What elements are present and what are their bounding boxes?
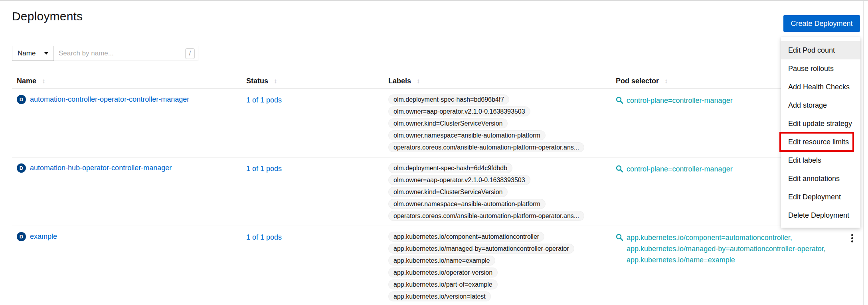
label-pill: app.kubernetes.io/operator-version	[388, 268, 498, 277]
filter-type-label: Name	[18, 49, 36, 57]
pod-selector-cell[interactable]: control-plane=controller-manager	[616, 163, 733, 175]
pod-selector-link[interactable]: app.kubernetes.io/managed-by=automationc…	[627, 243, 791, 254]
menu-item-label: Edit Pod count	[788, 46, 835, 54]
pod-selector-cell[interactable]: app.kubernetes.io/component=automationco…	[616, 232, 791, 266]
menu-item-label: Delete Deployment	[788, 211, 849, 219]
search-icon	[616, 96, 623, 104]
menu-item-add-storage[interactable]: Add storage	[781, 96, 860, 114]
column-header-name[interactable]: Name↕	[17, 77, 45, 85]
sort-arrows-icon[interactable]: ↕	[417, 77, 420, 85]
status-cell: 1 of 1 pods	[246, 165, 282, 173]
table-row: Dautomation-hub-operator-controller-mana…	[12, 157, 860, 226]
label-pill: olm.owner.namespace=ansible-automation-p…	[388, 199, 546, 209]
deployment-badge: D	[17, 95, 26, 104]
table-header-row: Name↕Status↕Labels↕Pod selector↕	[12, 77, 860, 89]
table-row: Dexample1 of 1 podsapp.kubernetes.io/com…	[12, 226, 860, 305]
label-pill: app.kubernetes.io/part-of=example	[388, 279, 498, 289]
menu-item-label: Add storage	[788, 101, 827, 109]
pod-status-link[interactable]: 1 of 1 pods	[246, 233, 282, 242]
label-pill: olm.owner.namespace=ansible-automation-p…	[388, 130, 546, 140]
column-label: Pod selector	[616, 77, 659, 85]
table-body: Dautomation-controller-operator-controll…	[12, 89, 860, 305]
create-deployment-button[interactable]: Create Deployment	[783, 15, 860, 32]
menu-item-label: Edit annotations	[788, 175, 840, 183]
sort-arrows-icon[interactable]: ↕	[42, 77, 45, 85]
page-title: Deployments	[12, 10, 83, 23]
deployment-link[interactable]: automation-controller-operator-controlle…	[30, 95, 189, 104]
name-cell: Dautomation-hub-operator-controller-mana…	[17, 163, 172, 173]
menu-item-add-health-checks[interactable]: Add Health Checks	[781, 78, 860, 96]
pod-selector-link[interactable]: control-plane=controller-manager	[627, 163, 733, 175]
menu-item-edit-pod-count[interactable]: Edit Pod count	[781, 41, 860, 59]
action-menu: Edit Pod countPause rolloutsAdd Health C…	[781, 37, 860, 228]
label-pill: olm.deployment-spec-hash=bd696b4f7	[388, 94, 509, 104]
menu-item-label: Edit resource limits	[788, 138, 849, 146]
pod-status-link[interactable]: 1 of 1 pods	[246, 165, 282, 173]
menu-item-edit-resource-limits[interactable]: Edit resource limits	[781, 133, 860, 151]
column-label: Labels	[388, 77, 411, 85]
search-box: /	[54, 46, 198, 61]
label-pill: olm.owner=aap-operator.v2.1.0-0.16383935…	[388, 106, 530, 116]
menu-item-delete-deployment[interactable]: Delete Deployment	[781, 206, 860, 224]
column-header-pod-selector[interactable]: Pod selector↕	[616, 77, 668, 85]
search-icon	[616, 165, 623, 174]
name-cell: Dexample	[17, 232, 57, 241]
label-pill: olm.owner.kind=ClusterServiceVersion	[388, 187, 508, 197]
kebab-menu-button[interactable]	[847, 232, 857, 244]
status-cell: 1 of 1 pods	[246, 96, 282, 104]
search-icon	[616, 96, 623, 106]
scrollbar-track	[863, 1, 864, 305]
search-icon	[616, 234, 623, 243]
menu-item-edit-annotations[interactable]: Edit annotations	[781, 169, 860, 188]
table-row: Dautomation-controller-operator-controll…	[12, 89, 860, 157]
column-label: Name	[17, 77, 36, 85]
column-header-status[interactable]: Status↕	[246, 77, 277, 85]
search-icon	[616, 165, 623, 173]
sort-arrows-icon[interactable]: ↕	[664, 77, 668, 85]
menu-item-edit-update-strategy[interactable]: Edit update strategy	[781, 114, 860, 133]
name-cell: Dautomation-controller-operator-controll…	[17, 95, 189, 104]
pod-selector-cell[interactable]: control-plane=controller-manager	[616, 95, 733, 106]
chevron-down-icon	[44, 52, 48, 55]
label-pill: app.kubernetes.io/managed-by=automationc…	[388, 244, 574, 254]
menu-item-label: Edit labels	[788, 156, 821, 164]
label-pill: app.kubernetes.io/name=example	[388, 256, 495, 266]
pod-status-link[interactable]: 1 of 1 pods	[246, 96, 282, 104]
menu-item-label: Edit update strategy	[788, 120, 852, 128]
column-label: Status	[246, 77, 268, 85]
menu-item-edit-labels[interactable]: Edit labels	[781, 151, 860, 169]
pod-selector-link[interactable]: control-plane=controller-manager	[627, 95, 733, 106]
deployments-table: Name↕Status↕Labels↕Pod selector↕ Dautoma…	[12, 77, 860, 305]
label-pill: operators.coreos.com/ansible-automation-…	[388, 211, 584, 221]
label-pill: olm.deployment-spec-hash=6d4c9fdbdb	[388, 163, 512, 173]
label-pill: olm.owner=aap-operator.v2.1.0-0.16383935…	[388, 175, 530, 185]
filter-toolbar: Name /	[12, 46, 198, 61]
menu-item-label: Add Health Checks	[788, 83, 850, 91]
status-cell: 1 of 1 pods	[246, 233, 282, 242]
pod-selector-link[interactable]: app.kubernetes.io/name=example	[627, 254, 791, 266]
pod-selector-link[interactable]: app.kubernetes.io/component=automationco…	[627, 232, 791, 243]
menu-item-pause-rollouts[interactable]: Pause rollouts	[781, 59, 860, 78]
filter-type-select[interactable]: Name	[12, 46, 54, 61]
deployment-link[interactable]: example	[30, 232, 57, 241]
label-pill: operators.coreos.com/ansible-automation-…	[388, 142, 584, 152]
deployment-badge: D	[17, 163, 26, 173]
label-pill: app.kubernetes.io/version=latest	[388, 291, 491, 301]
menu-item-label: Pause rollouts	[788, 65, 834, 73]
search-input[interactable]	[59, 49, 185, 57]
label-pill: app.kubernetes.io/component=automationco…	[388, 232, 544, 242]
search-icon	[616, 234, 623, 241]
menu-item-edit-deployment[interactable]: Edit Deployment	[781, 188, 860, 206]
keyboard-shortcut-badge: /	[185, 48, 195, 59]
label-pill: olm.owner.kind=ClusterServiceVersion	[388, 118, 508, 128]
deployment-link[interactable]: automation-hub-operator-controller-manag…	[30, 164, 172, 172]
deployment-badge: D	[17, 232, 26, 241]
sort-arrows-icon[interactable]: ↕	[274, 77, 277, 85]
column-header-labels[interactable]: Labels↕	[388, 77, 420, 85]
menu-item-label: Edit Deployment	[788, 193, 841, 201]
top-border	[0, 0, 868, 1]
